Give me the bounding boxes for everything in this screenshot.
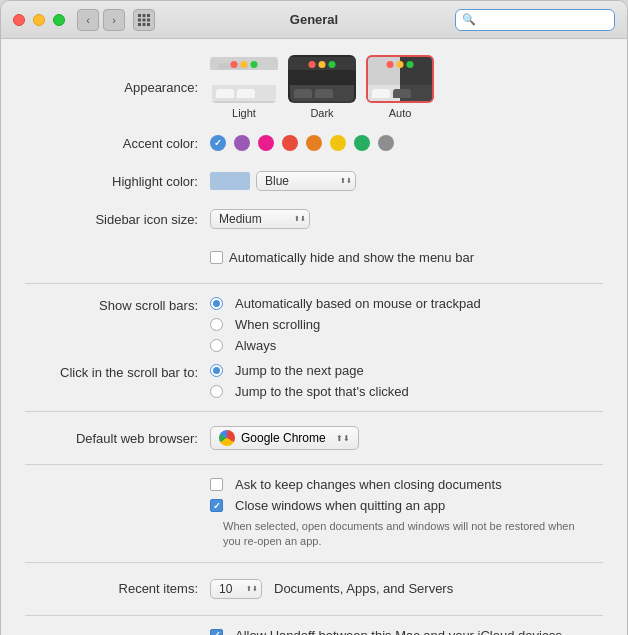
highlight-color-swatch xyxy=(210,172,250,190)
scroll-bars-label: Show scroll bars: xyxy=(25,296,210,313)
appearance-thumb-auto xyxy=(366,55,434,103)
accent-blue[interactable] xyxy=(210,135,226,151)
window-title: General xyxy=(290,12,338,27)
menu-bar-content: Automatically hide and show the menu bar xyxy=(210,250,603,265)
divider-2 xyxy=(25,411,603,412)
nav-buttons: ‹ › xyxy=(77,9,125,31)
svg-rect-6 xyxy=(138,23,141,26)
appearance-dark-label: Dark xyxy=(310,107,333,119)
appearance-auto[interactable]: Auto xyxy=(366,55,434,119)
scroll-when-label: When scrolling xyxy=(235,317,320,332)
svg-rect-2 xyxy=(147,14,150,17)
divider-5 xyxy=(25,615,603,616)
scroll-bars-row: Show scroll bars: Automatically based on… xyxy=(25,296,603,353)
menu-bar-checkbox[interactable] xyxy=(210,251,223,264)
closing-docs-checkbox[interactable] xyxy=(210,478,223,491)
accent-pink[interactable] xyxy=(258,135,274,151)
scroll-auto-row: Automatically based on mouse or trackpad xyxy=(210,296,481,311)
closing-docs-text: Ask to keep changes when closing documen… xyxy=(235,477,502,492)
svg-rect-7 xyxy=(143,23,146,26)
appearance-options: Light xyxy=(210,55,603,119)
scroll-always-radio[interactable] xyxy=(210,339,223,352)
handoff-checkbox[interactable] xyxy=(210,629,223,635)
minimize-button[interactable] xyxy=(33,14,45,26)
accent-orange[interactable] xyxy=(306,135,322,151)
svg-rect-4 xyxy=(143,18,146,21)
sidebar-icon-size-select-wrapper: Small Medium Large xyxy=(210,209,310,229)
close-button[interactable] xyxy=(13,14,25,26)
divider-4 xyxy=(25,562,603,563)
scroll-always-label: Always xyxy=(235,338,276,353)
highlight-color-select-wrapper: Blue Purple Pink Red Orange Yellow Green… xyxy=(256,171,356,191)
sidebar-icon-size-row: Sidebar icon size: Small Medium Large xyxy=(25,205,603,233)
menu-bar-text: Automatically hide and show the menu bar xyxy=(229,250,474,265)
click-spot-radio[interactable] xyxy=(210,385,223,398)
recent-items-row: Recent items: 5 10 15 20 50 Documents, A… xyxy=(25,575,603,603)
click-spot-row: Jump to the spot that's clicked xyxy=(210,384,409,399)
recent-items-suffix: Documents, Apps, and Servers xyxy=(274,581,453,596)
click-next-radio[interactable] xyxy=(210,364,223,377)
appearance-row: Appearance: xyxy=(25,55,603,119)
default-browser-row: Default web browser: Google Chrome ⬆⬇ xyxy=(25,424,603,452)
close-windows-note: When selected, open documents and window… xyxy=(223,519,593,550)
search-input[interactable] xyxy=(480,13,628,27)
maximize-button[interactable] xyxy=(53,14,65,26)
svg-rect-0 xyxy=(138,14,141,17)
grid-view-button[interactable] xyxy=(133,9,155,31)
appearance-auto-label: Auto xyxy=(389,107,412,119)
scroll-auto-label: Automatically based on mouse or trackpad xyxy=(235,296,481,311)
click-next-label: Jump to the next page xyxy=(235,363,364,378)
appearance-light[interactable]: Light xyxy=(210,55,278,119)
recent-items-label: Recent items: xyxy=(25,581,210,596)
accent-red[interactable] xyxy=(282,135,298,151)
closing-docs-row: Ask to keep changes when closing documen… xyxy=(210,477,603,492)
browser-arrow-icon: ⬆⬇ xyxy=(336,434,350,443)
scroll-when-row: When scrolling xyxy=(210,317,481,332)
sidebar-icon-size-content: Small Medium Large xyxy=(210,209,603,229)
titlebar: ‹ › General 🔍 ✕ xyxy=(1,1,627,39)
scroll-when-radio[interactable] xyxy=(210,318,223,331)
scroll-auto-radio[interactable] xyxy=(210,297,223,310)
search-bar[interactable]: 🔍 ✕ xyxy=(455,9,615,31)
appearance-thumb-dark xyxy=(288,55,356,103)
click-next-row: Jump to the next page xyxy=(210,363,409,378)
forward-button[interactable]: › xyxy=(103,9,125,31)
recent-items-select[interactable]: 5 10 15 20 50 xyxy=(210,579,262,599)
accent-purple[interactable] xyxy=(234,135,250,151)
back-button[interactable]: ‹ xyxy=(77,9,99,31)
svg-rect-1 xyxy=(143,14,146,17)
menu-bar-row: Automatically hide and show the menu bar xyxy=(210,243,603,271)
accent-green[interactable] xyxy=(354,135,370,151)
window: ‹ › General 🔍 ✕ Appeara xyxy=(0,0,628,635)
close-windows-checkbox[interactable] xyxy=(210,499,223,512)
divider-3 xyxy=(25,464,603,465)
accent-yellow[interactable] xyxy=(330,135,346,151)
svg-rect-8 xyxy=(147,23,150,26)
highlight-color-select[interactable]: Blue Purple Pink Red Orange Yellow Green… xyxy=(256,171,356,191)
handoff-row: Allow Handoff between this Mac and your … xyxy=(210,628,603,635)
traffic-lights xyxy=(13,14,65,26)
scroll-always-row: Always xyxy=(210,338,481,353)
svg-rect-5 xyxy=(147,18,150,21)
default-browser-label: Default web browser: xyxy=(25,431,210,446)
close-windows-text: Close windows when quitting an app xyxy=(235,498,445,513)
accent-color-options xyxy=(210,135,603,151)
sidebar-icon-size-select[interactable]: Small Medium Large xyxy=(210,209,310,229)
accent-color-label: Accent color: xyxy=(25,136,210,151)
appearance-light-label: Light xyxy=(232,107,256,119)
sidebar-icon-size-label: Sidebar icon size: xyxy=(25,212,210,227)
close-windows-row: Close windows when quitting an app xyxy=(210,498,603,513)
search-icon: 🔍 xyxy=(462,13,476,26)
recent-items-select-wrapper: 5 10 15 20 50 xyxy=(210,579,262,599)
click-spot-label: Jump to the spot that's clicked xyxy=(235,384,409,399)
highlight-color-content: Blue Purple Pink Red Orange Yellow Green… xyxy=(210,171,603,191)
accent-graphite[interactable] xyxy=(378,135,394,151)
click-scroll-options: Jump to the next page Jump to the spot t… xyxy=(210,363,603,399)
appearance-label: Appearance: xyxy=(25,80,210,95)
browser-select-button[interactable]: Google Chrome ⬆⬇ xyxy=(210,426,359,450)
appearance-dark[interactable]: Dark xyxy=(288,55,356,119)
recent-items-content: 5 10 15 20 50 Documents, Apps, and Serve… xyxy=(210,579,603,599)
grid-icon xyxy=(138,14,150,26)
highlight-color-label: Highlight color: xyxy=(25,174,210,189)
chrome-icon xyxy=(219,430,235,446)
